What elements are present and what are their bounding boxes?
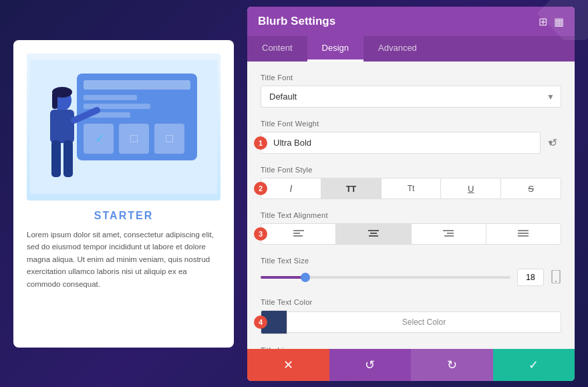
title-text-color-label: Title Text Color: [261, 298, 561, 306]
title-font-label: Title Font: [261, 74, 561, 82]
svg-rect-13: [50, 110, 74, 143]
redo-button[interactable]: ↻: [411, 349, 493, 381]
title-font-group: Title Font Default Arial Georgia ▼: [261, 74, 561, 108]
title-font-weight-select-wrapper: 1 Ultra Bold Bold Normal Light ▼ ↺: [261, 132, 561, 154]
title-text-size-group: Title Text Size: [261, 257, 561, 286]
title-font-select[interactable]: Default Arial Georgia: [261, 86, 561, 108]
panel-title: Blurb Settings: [258, 15, 335, 28]
align-right-button[interactable]: [411, 223, 486, 245]
title-text-align-label: Title Text Alignment: [261, 211, 561, 219]
svg-text:□: □: [130, 132, 138, 145]
tabs-bar: Content Design Advanced: [247, 36, 575, 61]
title-font-weight-group: Title Font Weight 1 Ultra Bold Bold Norm…: [261, 120, 561, 154]
panel-footer: ✕ ↺ ↻ ✓: [247, 349, 575, 381]
color-row: 4 Select Color: [261, 310, 561, 334]
corner-decoration: [535, 0, 588, 40]
mobile-icon: [551, 270, 561, 285]
preview-body: Lorem ipsum dolor sit amet, consectetur …: [27, 229, 220, 290]
select-color-button[interactable]: Select Color: [287, 311, 561, 333]
title-font-weight-select[interactable]: Ultra Bold Bold Normal Light: [261, 132, 541, 154]
badge-1: 1: [254, 136, 267, 150]
preview-illustration: ✓ □ □: [27, 53, 220, 201]
tab-content[interactable]: Content: [247, 36, 307, 61]
svg-rect-3: [84, 95, 137, 100]
badge-3: 3: [254, 227, 267, 241]
underline-button[interactable]: U: [440, 178, 500, 199]
illustration-svg: ✓ □ □: [30, 60, 217, 194]
slider-row: [261, 269, 561, 286]
slider-fill: [261, 276, 305, 279]
svg-rect-18: [52, 92, 57, 109]
save-button[interactable]: ✓: [493, 349, 575, 381]
preview-title: STARTER: [27, 210, 220, 222]
strikethrough-button[interactable]: S: [500, 178, 561, 199]
align-buttons-wrapper: 3: [261, 223, 561, 245]
preview-panel: ✓ □ □ STARTER Lorem ipsum dolor sit amet…: [13, 40, 234, 348]
settings-panel: Blurb Settings ⊞ ▦ Content Design Advanc…: [247, 7, 575, 381]
size-value-input[interactable]: [517, 269, 544, 286]
font-style-buttons: I TT Tt U S: [261, 178, 561, 199]
title-font-weight-label: Title Font Weight: [261, 120, 561, 128]
align-left-button[interactable]: [261, 223, 335, 245]
slider-thumb[interactable]: [301, 273, 310, 282]
svg-text:□: □: [166, 132, 173, 145]
align-center-button[interactable]: [335, 223, 410, 245]
title-text-size-label: Title Text Size: [261, 257, 561, 265]
reset-button[interactable]: ↺: [329, 349, 412, 381]
slider-track[interactable]: [261, 276, 510, 279]
font-weight-reset[interactable]: ↺: [545, 134, 561, 152]
title-font-style-label: Title Font Style: [261, 166, 561, 174]
title-text-color-group: Title Text Color 4 Select Color: [261, 298, 561, 334]
cancel-button[interactable]: ✕: [247, 349, 329, 381]
tab-advanced[interactable]: Advanced: [363, 36, 432, 61]
svg-text:✓: ✓: [95, 132, 105, 145]
capitalize-button[interactable]: Tt: [381, 178, 441, 199]
tab-design[interactable]: Design: [307, 36, 363, 61]
title-font-style-group: Title Font Style 2 I TT Tt U S: [261, 166, 561, 199]
italic-button[interactable]: I: [261, 178, 321, 199]
alignment-buttons: [261, 223, 561, 245]
panel-header: Blurb Settings ⊞ ▦: [247, 7, 575, 36]
panel-body: Title Font Default Arial Georgia ▼ Title…: [247, 61, 575, 349]
svg-rect-16: [63, 140, 73, 177]
bold-button[interactable]: TT: [321, 178, 381, 199]
title-font-select-wrapper: Default Arial Georgia ▼: [261, 86, 561, 108]
title-text-align-group: Title Text Alignment 3: [261, 211, 561, 245]
badge-2: 2: [254, 182, 267, 195]
font-style-buttons-wrapper: 2 I TT Tt U S: [261, 178, 561, 199]
svg-rect-15: [51, 140, 61, 177]
badge-4: 4: [254, 315, 267, 329]
svg-rect-2: [84, 80, 190, 90]
svg-point-32: [555, 280, 557, 281]
align-justify-button[interactable]: [486, 223, 561, 245]
